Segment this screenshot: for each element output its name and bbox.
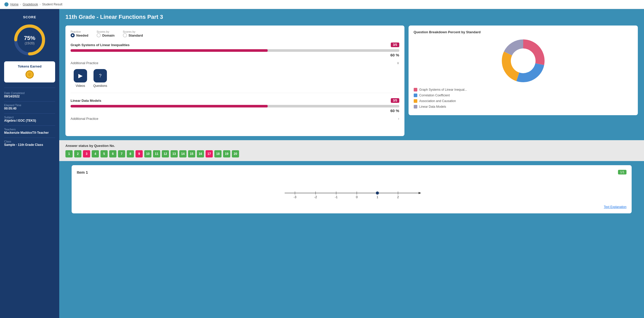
cards-row: Practice Needed Scores by D: [59, 23, 644, 140]
question-number-7[interactable]: 7: [118, 150, 125, 157]
info-value-class: Sample - 11th Grade Class: [4, 143, 55, 147]
legend-label-1: Correlation Coefficient: [419, 94, 450, 97]
info-label-elapsed: Elapsed Time: [4, 104, 55, 107]
videos-label: Videos: [76, 84, 85, 88]
question-number-16[interactable]: 16: [197, 150, 204, 157]
practice-icon-videos[interactable]: ▶ Videos: [74, 69, 87, 88]
practice-icons-row-0: ▶ Videos ? Questions: [71, 66, 399, 89]
svg-text:-2: -2: [314, 195, 317, 199]
question-number-8[interactable]: 8: [127, 150, 134, 157]
info-date-completed: Date Completed 09/14/2022: [4, 91, 55, 98]
tab-practice-needed[interactable]: Practice Needed: [71, 30, 88, 37]
svg-marker-9: [419, 192, 421, 194]
svg-text:0: 0: [356, 195, 358, 199]
video-icon-circle[interactable]: ▶: [74, 69, 87, 82]
section-linear-data: Linear Data Models 3/5 60 % Additional P…: [71, 98, 399, 126]
info-label-teachers: Teachers: [4, 128, 55, 131]
question-number-9[interactable]: 9: [135, 150, 143, 157]
question-number-19[interactable]: 19: [223, 150, 230, 157]
breadcrumb-sep2: ›: [39, 3, 40, 6]
additional-practice-label-0: Additional Practice: [71, 61, 98, 65]
tab-group-label-0: Practice: [71, 30, 88, 33]
legend-item-1: Correlation Coefficient: [414, 94, 633, 97]
additional-practice-row-0[interactable]: Additional Practice ∨: [71, 59, 399, 66]
donut-svg-container: [497, 38, 549, 85]
info-value-date: 09/14/2022: [4, 95, 55, 98]
question-number-6[interactable]: 6: [109, 150, 116, 157]
question-number-1[interactable]: 1: [65, 150, 73, 157]
info-subject: Subject Algebra I EOC (TEKS): [4, 116, 55, 122]
radio-tabs: Practice Needed Scores by D: [71, 30, 399, 37]
page-header: 11th Grade - Linear Functions Part 3: [59, 9, 644, 23]
progress-bar-bg-0: [71, 49, 399, 52]
svg-point-22: [376, 191, 379, 195]
number-line-area: -3 -2 -1 0 1 2: [77, 178, 626, 204]
legend-item-0: Graph Systems of Linear Inequal...: [414, 88, 633, 91]
chart-panel: Question Breakdown Percent by Standard: [409, 26, 638, 115]
chart-title: Question Breakdown Percent by Standard: [414, 30, 633, 34]
tokens-box: Tokens Earned: [4, 61, 55, 82]
breadcrumb-gradebook[interactable]: Gradebook: [23, 3, 38, 6]
svg-text:2: 2: [397, 195, 399, 199]
tab-label-2: Standard: [129, 34, 143, 37]
info-value-teachers: Mackenzie MaddoxTX-Teacher: [4, 131, 55, 135]
question-number-4[interactable]: 4: [92, 150, 99, 157]
tab-group-label-2: Scores by: [123, 30, 143, 33]
info-class: Class Sample - 11th Grade Class: [4, 140, 55, 147]
page-title: 11th Grade - Linear Functions Part 3: [65, 14, 638, 20]
question-number-12[interactable]: 12: [162, 150, 169, 157]
practice-icon-questions[interactable]: ? Questions: [93, 69, 107, 88]
legend-color-2: [414, 99, 417, 103]
radio-dot-1[interactable]: [97, 33, 101, 37]
svg-point-0: [4, 2, 9, 6]
question-number-13[interactable]: 13: [171, 150, 178, 157]
breadcrumb-sep1: ›: [20, 3, 21, 6]
item-section: Item 1 1/1: [72, 165, 632, 213]
divider1: [4, 101, 55, 102]
tab-scores-standard[interactable]: Scores by Standard: [123, 30, 143, 37]
question-number-15[interactable]: 15: [188, 150, 195, 157]
svg-text:-1: -1: [335, 195, 338, 199]
questions-icon-circle[interactable]: ?: [94, 69, 107, 82]
question-number-5[interactable]: 5: [100, 150, 108, 157]
tab-scores-domain[interactable]: Scores by Domain: [97, 30, 115, 37]
info-value-subject: Algebra I EOC (TEKS): [4, 119, 55, 122]
tab-label-0: Needed: [76, 34, 88, 37]
tab-group-label-1: Scores by: [97, 30, 115, 33]
score-badge-1: 3/5: [391, 98, 399, 103]
sidebar-info: Date Completed 09/14/2022 Elapsed Time 0…: [4, 88, 55, 150]
question-number-20[interactable]: 20: [232, 150, 239, 157]
question-number-2[interactable]: 2: [74, 150, 81, 157]
score-fraction: (15/20): [24, 41, 35, 45]
divider2: [4, 113, 55, 114]
question-number-18[interactable]: 18: [214, 150, 222, 157]
sidebar: SCORE 75% (15/20) Tokens Earned Date Com…: [0, 9, 59, 318]
question-number-3[interactable]: 3: [83, 150, 90, 157]
question-number-10[interactable]: 10: [144, 150, 151, 157]
question-number-14[interactable]: 14: [179, 150, 187, 157]
questions-label: Questions: [93, 84, 107, 88]
info-label-class: Class: [4, 140, 55, 143]
item-section-wrapper: Item 1 1/1: [59, 161, 644, 217]
question-number-17[interactable]: 17: [206, 150, 213, 157]
progress-bar-fill-0: [71, 49, 268, 52]
additional-practice-label-1: Additional Practice: [71, 117, 98, 121]
radio-dot-0[interactable]: [71, 33, 75, 37]
info-elapsed-time: Elapsed Time 00:05:40: [4, 104, 55, 110]
additional-practice-row-1[interactable]: Additional Practice ›: [71, 115, 399, 122]
donut-and-legend: Graph Systems of Linear Inequal... Corre…: [414, 38, 633, 111]
breadcrumb-home[interactable]: Home: [10, 3, 19, 6]
item-header: Item 1 1/1: [77, 170, 626, 174]
score-label: SCORE: [23, 15, 36, 19]
info-teachers: Teachers Mackenzie MaddoxTX-Teacher: [4, 128, 55, 135]
radio-dot-2[interactable]: [123, 33, 127, 37]
divider3: [4, 125, 55, 126]
tab-label-1: Domain: [102, 34, 115, 37]
text-explanation-link[interactable]: Text Explanation: [604, 205, 626, 209]
svg-text:-3: -3: [294, 195, 296, 199]
section-title-0: Graph Systems of Linear Inequalities: [71, 43, 130, 47]
number-line-svg: -3 -2 -1 0 1 2: [77, 180, 626, 201]
question-number-11[interactable]: 11: [153, 150, 160, 157]
percent-label-0: 60 %: [71, 53, 399, 57]
svg-point-7: [511, 48, 536, 73]
